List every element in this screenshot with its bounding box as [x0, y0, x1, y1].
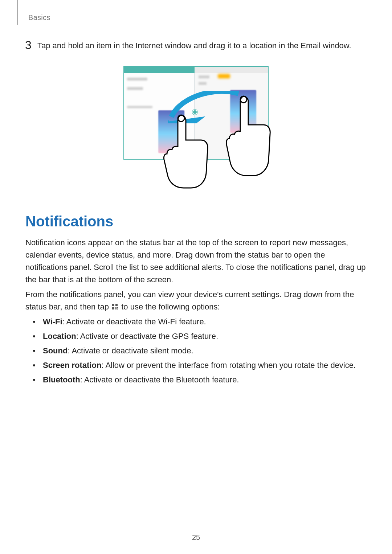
svg-rect-5 [115, 307, 117, 309]
option-desc: : Activate or deactivate the Wi-Fi featu… [62, 317, 206, 326]
section-heading: Notifications [25, 213, 113, 230]
list-item: Screen rotation: Allow or prevent the in… [33, 359, 356, 372]
option-desc: : Activate or deactivate the Bluetooth f… [80, 375, 239, 384]
step-instruction: Tap and hold an item in the Internet win… [36, 39, 351, 52]
svg-rect-3 [115, 304, 118, 306]
hand-left-icon [163, 113, 210, 189]
blur-highlight [218, 74, 230, 78]
figure-container [0, 66, 392, 189]
svg-rect-7 [117, 309, 118, 310]
options-list: Wi-Fi: Activate or deactivate the Wi-Fi … [33, 316, 356, 388]
paragraph-settings: From the notifications panel, you can vi… [25, 288, 367, 314]
right-app-bar [195, 67, 268, 73]
list-item: Wi-Fi: Activate or deactivate the Wi-Fi … [33, 316, 356, 328]
step-item: 3 Tap and hold an item in the Internet w… [21, 39, 351, 52]
quick-settings-grid-icon [112, 301, 118, 314]
blur-text-line [199, 75, 209, 78]
manual-page: Basics 3 Tap and hold an item in the Int… [0, 0, 392, 554]
list-item: Bluetooth: Activate or deactivate the Bl… [33, 374, 356, 386]
blur-text-line [199, 82, 207, 85]
header-divider [17, 0, 18, 25]
list-item: Sound: Activate or deactivate silent mod… [33, 345, 356, 357]
option-term: Location [43, 332, 76, 341]
option-desc: : Activate or deactivate the GPS feature… [76, 332, 218, 341]
list-item: Location: Activate or deactivate the GPS… [33, 330, 356, 342]
drag-drop-illustration [123, 66, 269, 189]
page-number: 25 [0, 533, 392, 542]
blur-text-line [127, 78, 147, 81]
step-number: 3 [21, 39, 36, 51]
left-app-bar [124, 67, 195, 73]
option-term: Wi-Fi [43, 317, 62, 326]
option-desc: : Activate or deactivate silent mode. [68, 346, 193, 355]
hand-right-icon [225, 94, 272, 178]
paragraph-settings-part-b: to use the following options: [121, 302, 220, 311]
blur-text-line [127, 106, 152, 108]
section-breadcrumb: Basics [28, 13, 50, 22]
option-desc: : Allow or prevent the interface from ro… [101, 361, 356, 370]
option-term: Screen rotation [43, 361, 101, 370]
svg-rect-4 [112, 307, 114, 309]
paragraph-intro: Notification icons appear on the status … [25, 237, 367, 286]
svg-rect-6 [117, 307, 118, 308]
svg-rect-2 [112, 304, 114, 306]
option-term: Sound [43, 346, 68, 355]
blur-text-line [127, 87, 143, 90]
option-term: Bluetooth [43, 375, 80, 384]
